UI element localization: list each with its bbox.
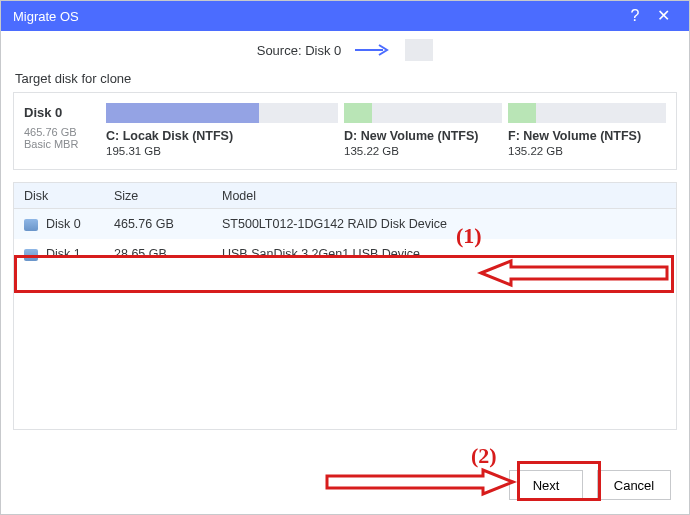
partition-f-size: 135.22 GB bbox=[508, 145, 666, 157]
disk-icon bbox=[24, 219, 38, 231]
partition-d-bar bbox=[344, 103, 502, 123]
disk-icon bbox=[24, 249, 38, 261]
disk-meta: Disk 0 465.76 GB Basic MBR bbox=[24, 103, 104, 157]
partition-d-label: D: New Volume (NTFS) bbox=[344, 129, 502, 143]
disk-capacity: 465.76 GB bbox=[24, 126, 104, 138]
cell-model: USB SanDisk 3.2Gen1 USB Device bbox=[222, 247, 676, 261]
svg-marker-2 bbox=[327, 470, 513, 494]
titlebar: Migrate OS ? ✕ bbox=[1, 1, 689, 31]
source-label: Source: Disk 0 bbox=[257, 43, 342, 58]
cell-disk: Disk 0 bbox=[46, 217, 81, 231]
footer: Next Cancel bbox=[509, 470, 671, 500]
partition-f-label: F: New Volume (NTFS) bbox=[508, 129, 666, 143]
partition-f[interactable]: F: New Volume (NTFS) 135.22 GB bbox=[508, 103, 666, 157]
disk-type: Basic MBR bbox=[24, 138, 104, 150]
table-row[interactable]: Disk 1 28.65 GB USB SanDisk 3.2Gen1 USB … bbox=[14, 239, 676, 269]
cell-size: 28.65 GB bbox=[114, 247, 222, 261]
cell-size: 465.76 GB bbox=[114, 217, 222, 231]
col-disk: Disk bbox=[14, 189, 114, 203]
table-header: Disk Size Model bbox=[14, 183, 676, 209]
partition-d[interactable]: D: New Volume (NTFS) 135.22 GB bbox=[344, 103, 502, 157]
col-size: Size bbox=[114, 189, 222, 203]
cell-disk: Disk 1 bbox=[46, 247, 81, 261]
partition-c-label: C: Locak Disk (NTFS) bbox=[106, 129, 338, 143]
next-button[interactable]: Next bbox=[509, 470, 583, 500]
window-title: Migrate OS bbox=[13, 9, 621, 24]
migrate-os-dialog: Migrate OS ? ✕ Source: Disk 0 Target dis… bbox=[0, 0, 690, 515]
help-icon[interactable]: ? bbox=[621, 1, 649, 31]
disk-name: Disk 0 bbox=[24, 105, 104, 120]
cancel-button[interactable]: Cancel bbox=[597, 470, 671, 500]
partition-f-bar bbox=[508, 103, 666, 123]
disk-table: Disk Size Model Disk 0 465.76 GB ST500LT… bbox=[13, 182, 677, 430]
disk-map: Disk 0 465.76 GB Basic MBR C: Locak Disk… bbox=[13, 92, 677, 170]
cell-model: ST500LT012-1DG142 RAID Disk Device bbox=[222, 217, 676, 231]
close-icon[interactable]: ✕ bbox=[649, 1, 677, 31]
annotation-arrow-2 bbox=[327, 467, 513, 497]
source-row: Source: Disk 0 bbox=[1, 31, 689, 69]
annotation-label-2: (2) bbox=[471, 443, 497, 469]
partition-c[interactable]: C: Locak Disk (NTFS) 195.31 GB bbox=[106, 103, 338, 157]
partition-d-size: 135.22 GB bbox=[344, 145, 502, 157]
partitions: C: Locak Disk (NTFS) 195.31 GB D: New Vo… bbox=[106, 103, 666, 157]
partition-c-size: 195.31 GB bbox=[106, 145, 338, 157]
target-swatch bbox=[405, 39, 433, 61]
section-label: Target disk for clone bbox=[1, 69, 689, 92]
col-model: Model bbox=[222, 189, 676, 203]
arrow-right-icon bbox=[355, 43, 391, 57]
table-row[interactable]: Disk 0 465.76 GB ST500LT012-1DG142 RAID … bbox=[14, 209, 676, 239]
partition-c-bar bbox=[106, 103, 338, 123]
